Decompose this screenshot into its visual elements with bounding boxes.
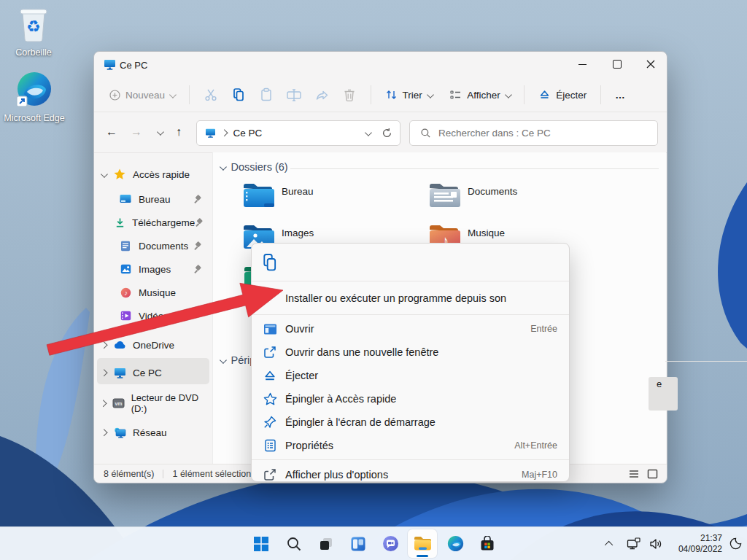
search-button[interactable]	[279, 529, 309, 558]
open-window-icon	[263, 323, 277, 335]
sidebar-item-reseau[interactable]: Réseau	[94, 421, 212, 444]
start-button[interactable]	[247, 529, 276, 558]
focus-assist-button[interactable]	[725, 527, 746, 560]
icons-view-toggle-icon[interactable]	[647, 469, 658, 479]
volume-tray-button[interactable]	[645, 527, 667, 560]
menu-item-ouvrir-nouvelle-fenetre[interactable]: Ouvrir dans une nouvelle fenêtre	[252, 341, 569, 364]
menu-separator	[252, 314, 569, 315]
menu-separator	[252, 281, 569, 281]
address-bar[interactable]: Ce PC	[196, 120, 400, 146]
toolbar-separator	[600, 85, 601, 104]
sidebar-item-musique[interactable]: ♪ Musique	[94, 281, 212, 304]
devices-section-header[interactable]: Périphériques et lecteurs	[220, 354, 252, 366]
paste-icon	[259, 88, 274, 102]
navigation-pane: Accès rapide Bureau Téléchargements Docu…	[94, 152, 212, 464]
download-icon	[115, 217, 125, 228]
sidebar-item-telechargements[interactable]: Téléchargements	[94, 211, 212, 234]
sidebar-item-images[interactable]: Images	[94, 257, 212, 281]
file-explorer-button[interactable]	[408, 529, 437, 558]
copy-button[interactable]	[262, 253, 278, 273]
menu-item-epingler-ecran-demarrage[interactable]: Épingler à l'écran de démarrage	[252, 411, 569, 434]
share-icon	[314, 88, 329, 102]
view-button[interactable]: Afficher	[443, 85, 516, 105]
chevron-down-icon	[427, 91, 433, 98]
paste-button[interactable]	[252, 82, 280, 107]
menu-item-proprietes[interactable]: Propriétés Alt+Entrée	[252, 434, 569, 457]
microsoft-store-button[interactable]	[473, 529, 502, 558]
star-icon	[114, 168, 125, 180]
recycle-bin-icon: ♻	[17, 6, 50, 42]
share-button[interactable]	[308, 82, 336, 107]
menu-item-ejecter[interactable]: Éjecter	[252, 364, 569, 387]
copy-button[interactable]	[225, 82, 252, 107]
details-view-toggle-icon[interactable]	[628, 469, 640, 479]
sidebar-item-ce-pc[interactable]: Ce PC	[94, 361, 212, 384]
chat-button[interactable]	[376, 529, 405, 558]
forward-button[interactable]: →	[126, 120, 147, 144]
taskbar: 21:37 04/09/2022	[0, 526, 747, 560]
tray-expand-button[interactable]	[601, 527, 619, 560]
sidebar-item-acces-rapide[interactable]: Accès rapide	[94, 163, 212, 186]
new-button[interactable]: Nouveau	[103, 85, 182, 105]
microsoft-store-icon	[479, 536, 495, 552]
cut-button[interactable]	[197, 82, 225, 107]
delete-button[interactable]	[336, 82, 363, 107]
folders-section-header[interactable]: Dossiers (6)	[220, 161, 288, 173]
command-bar: Nouveau Trier Afficher	[94, 78, 667, 112]
back-button[interactable]: ←	[101, 120, 122, 144]
widgets-button[interactable]	[344, 529, 373, 558]
menu-item-afficher-plus-options[interactable]: Afficher plus d'options Maj+F10	[252, 462, 569, 487]
svg-text:♪: ♪	[124, 289, 128, 296]
selected-device-item[interactable]: e	[649, 377, 678, 411]
chevron-down-icon	[157, 128, 163, 135]
chevron-down-icon	[101, 171, 107, 177]
sort-arrows-icon	[385, 89, 398, 101]
sort-button[interactable]: Trier	[379, 85, 439, 105]
navigation-bar: ← → ↑ Ce PC Rechercher dans : Ce PC	[94, 112, 667, 153]
recent-locations-button[interactable]	[150, 120, 170, 144]
sidebar-item-videos[interactable]: Vidéos	[94, 304, 212, 327]
chevron-down-icon[interactable]	[365, 129, 371, 136]
rename-button[interactable]	[280, 82, 308, 107]
maximize-button[interactable]	[601, 52, 633, 77]
chevron-right-icon	[221, 130, 228, 136]
sidebar-item-documents[interactable]: Documents	[94, 234, 212, 257]
this-pc-icon	[104, 59, 116, 70]
network-tray-button[interactable]	[623, 527, 645, 560]
sidebar-item-label: Téléchargements	[132, 217, 195, 228]
menu-item-installer[interactable]: Installer ou exécuter un programme depui…	[252, 284, 569, 312]
sidebar-item-bureau[interactable]: Bureau	[94, 187, 212, 211]
cloud-icon	[114, 341, 126, 349]
sidebar-item-dvd-drive[interactable]: vm Lecteur de DVD (D:)	[94, 392, 212, 415]
close-button[interactable]	[635, 52, 667, 77]
menu-item-label: Afficher plus d'options	[285, 469, 388, 481]
menu-item-ouvrir[interactable]: Ouvrir Entrée	[252, 317, 569, 341]
search-box[interactable]: Rechercher dans : Ce PC	[409, 120, 658, 146]
minimize-button[interactable]	[566, 52, 598, 77]
refresh-icon[interactable]	[382, 128, 392, 139]
plus-circle-icon	[109, 90, 120, 101]
dvd-drive-icon: vm	[112, 398, 125, 408]
sidebar-item-label: OneDrive	[133, 340, 174, 351]
partial-device-text: e	[657, 378, 662, 389]
up-button[interactable]: ↑	[169, 120, 189, 144]
sidebar-item-onedrive[interactable]: OneDrive	[94, 333, 212, 357]
pin-icon	[193, 195, 202, 204]
more-options-button[interactable]: …	[608, 85, 632, 105]
sidebar-item-label: Lecteur de DVD (D:)	[131, 392, 212, 414]
item-count: 8 élément(s)	[104, 469, 154, 479]
desktop-icon-recycle-bin[interactable]: ♻ Corbeille	[0, 6, 67, 58]
folder-documents[interactable]: Documents	[428, 180, 517, 209]
tray-time: 21:37	[678, 533, 722, 544]
pin-icon	[195, 218, 202, 228]
active-app-indicator	[417, 555, 428, 557]
chevron-down-icon	[169, 91, 176, 98]
eject-button[interactable]: Éjecter	[532, 85, 593, 105]
folder-bureau[interactable]: Bureau	[242, 180, 314, 209]
edge-button[interactable]	[441, 529, 470, 558]
clock-tray[interactable]: 21:37 04/09/2022	[668, 527, 722, 560]
title-bar[interactable]: Ce PC	[94, 52, 667, 78]
task-view-button[interactable]	[311, 529, 341, 558]
menu-item-epingler-acces-rapide[interactable]: Épingler à Accès rapide	[252, 387, 569, 411]
desktop-icon-edge[interactable]: Microsoft Edge	[1, 70, 68, 123]
